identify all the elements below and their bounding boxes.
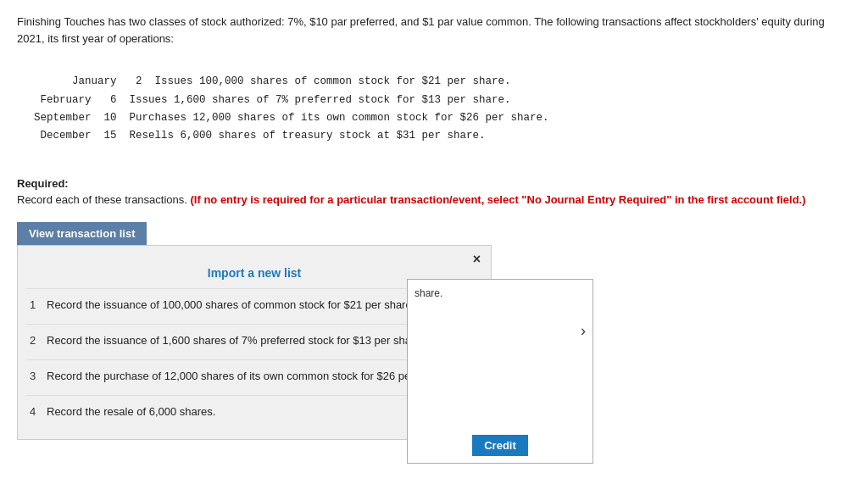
transaction-num-1: 1 <box>30 298 47 311</box>
right-overlay-content: share. › Credit <box>408 280 593 463</box>
transaction-line-3: September 10 Purchases 12,000 shares of … <box>34 112 549 124</box>
required-bold-red: (If no entry is required for a particula… <box>191 193 806 206</box>
intro-text: Finishing Touches has two classes of sto… <box>17 14 848 47</box>
right-overlay-panel: share. › Credit <box>407 279 593 464</box>
close-icon[interactable]: × <box>473 253 481 266</box>
transaction-desc-2: Record the issuance of 1,600 shares of 7… <box>47 333 452 348</box>
required-section: Required: Record each of these transacti… <box>17 175 848 209</box>
transactions-code: January 2 Issues 100,000 shares of commo… <box>34 55 851 164</box>
transaction-num-4: 4 <box>30 404 47 418</box>
transaction-line-1: January 2 Issues 100,000 shares of commo… <box>59 75 511 87</box>
transaction-line-4: December 15 Resells 6,000 shares of trea… <box>34 130 486 142</box>
transaction-panel-wrapper: × Import a new list 1 Record the issuanc… <box>17 245 851 440</box>
transaction-desc-3: Record the purchase of 12,000 shares of … <box>47 369 452 384</box>
transaction-line-2: February 6 Issues 1,600 shares of 7% pre… <box>34 94 511 106</box>
required-text: Record each of these transactions. <box>17 193 191 206</box>
transaction-desc-4: Record the resale of 6,000 shares. <box>47 404 452 420</box>
import-new-list-link[interactable]: Import a new list <box>18 266 491 280</box>
view-transaction-button[interactable]: View transaction list <box>17 222 147 245</box>
transaction-desc-1: Record the issuance of 100,000 shares of… <box>47 298 452 313</box>
panel-close-row: × <box>18 246 491 266</box>
transaction-num-3: 3 <box>30 369 47 382</box>
transaction-num-2: 2 <box>30 333 47 347</box>
required-label: Required: <box>17 177 69 190</box>
chevron-right-icon[interactable]: › <box>581 322 586 340</box>
credit-button[interactable]: Credit <box>472 435 528 456</box>
share-text: share. <box>415 287 442 299</box>
